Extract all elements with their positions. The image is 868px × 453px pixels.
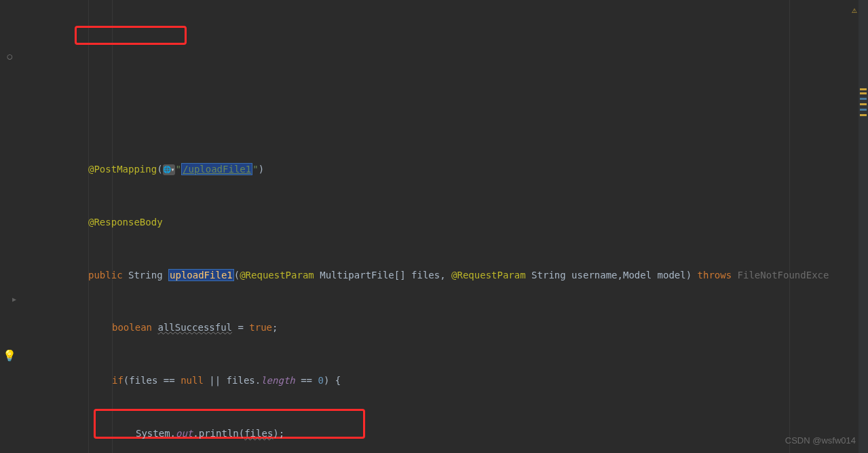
exception: FileNotFoundExce (738, 270, 829, 280)
intention-bulb-icon[interactable]: 💡 (3, 350, 16, 362)
annotation: @PostMapping (88, 164, 157, 175)
keyword: public (88, 270, 123, 280)
minimap-mark[interactable] (860, 88, 867, 90)
annotation: @RequestParam (240, 270, 314, 280)
fold-toggle-icon[interactable]: ▶ (12, 293, 16, 306)
globe-icon[interactable]: 🌐▾ (163, 164, 175, 175)
method-name: uploadFile1 (168, 269, 234, 281)
url-path: /uploadFile1 (181, 163, 252, 175)
watermark: CSDN @wsfw014 (785, 433, 856, 449)
annotation: @RequestParam (451, 270, 526, 280)
code-area[interactable]: @PostMapping(🌐▾"/uploadFile1") @Response… (20, 0, 858, 453)
code-line[interactable]: @ResponseBody (20, 214, 858, 232)
number: 0 (318, 375, 323, 386)
param: String username,Model model) (531, 270, 692, 280)
code-line[interactable]: public String uploadFile1(@RequestParam … (20, 267, 858, 285)
annotation: @ResponseBody (88, 217, 163, 228)
code-line[interactable]: @PostMapping(🌐▾"/uploadFile1") (20, 161, 858, 179)
minimap-scrollbar[interactable]: ⚠ (858, 0, 868, 453)
keyword: null (181, 375, 204, 386)
minimap-mark[interactable] (860, 92, 867, 94)
keyword: true (249, 322, 272, 333)
field: length (261, 375, 295, 386)
text: ); (273, 428, 284, 439)
editor: ◯ ▶ 💡 @PostMapping(🌐▾"/uploadFile1") @Re… (0, 0, 868, 453)
text: == (295, 375, 318, 386)
code-line[interactable]: System.out.println(files); (20, 425, 858, 443)
warning-icon[interactable]: ⚠ (852, 2, 857, 18)
highlight-box-1 (75, 26, 187, 45)
var: files (244, 428, 273, 439)
text: .println( (193, 428, 244, 439)
override-icon[interactable]: ◯ (3, 50, 16, 62)
gutter: ◯ ▶ 💡 (0, 0, 20, 453)
text: ) { (324, 375, 341, 386)
field: out (176, 428, 193, 439)
minimap-mark[interactable] (860, 98, 867, 100)
type: String (128, 270, 163, 280)
minimap-mark[interactable] (860, 109, 867, 111)
text: = (232, 322, 249, 333)
text: || files. (204, 375, 261, 386)
text: System. (136, 428, 176, 439)
code-line[interactable]: boolean allSuccessful = true; (20, 319, 858, 337)
param: MultipartFile[] files, (320, 270, 445, 280)
minimap-mark[interactable] (860, 103, 867, 105)
keyword: throws (698, 270, 732, 280)
minimap-mark[interactable] (860, 114, 867, 116)
var: allSuccessful (157, 322, 232, 333)
text: (files == (124, 375, 181, 386)
keyword: if (112, 375, 124, 386)
code-line[interactable]: if(files == null || files.length == 0) { (20, 372, 858, 390)
keyword: boolean (112, 322, 152, 333)
